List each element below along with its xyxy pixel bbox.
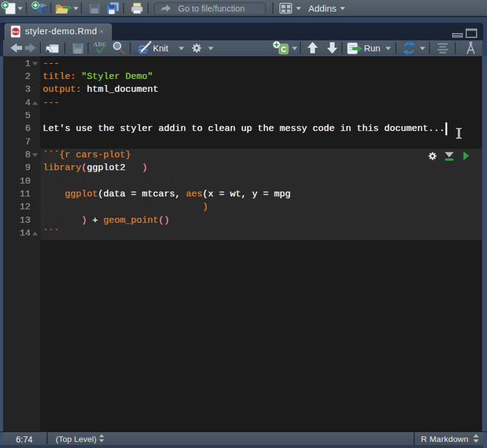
svg-text:Rmd: Rmd	[12, 30, 18, 34]
svg-text:C: C	[281, 45, 286, 54]
svg-text:ABC: ABC	[94, 41, 107, 48]
